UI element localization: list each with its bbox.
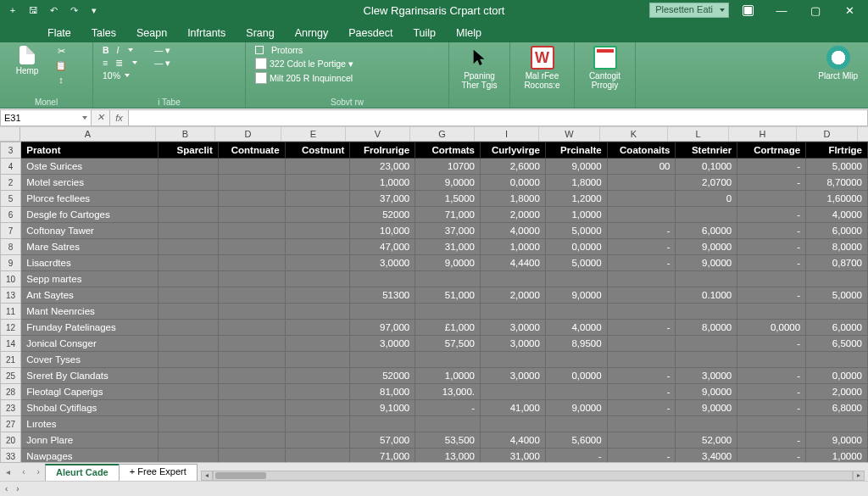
cell[interactable] [218, 449, 285, 463]
cell[interactable]: 0,0000 [545, 368, 607, 384]
cell[interactable]: 51300 [350, 287, 415, 304]
cell[interactable] [481, 384, 546, 400]
cell[interactable]: 5,0000 [545, 255, 607, 271]
cut-button[interactable]: ✂ [53, 44, 70, 58]
column-header[interactable]: D [797, 127, 858, 141]
cell[interactable]: 31,000 [481, 449, 546, 463]
cell[interactable]: - [545, 449, 607, 463]
row-header[interactable]: 2 [1, 175, 21, 191]
cell[interactable]: Nawpages [21, 449, 159, 463]
cell[interactable] [158, 336, 218, 352]
cell[interactable]: 13,000. [415, 384, 481, 400]
cell[interactable] [350, 352, 415, 368]
cell[interactable]: - [607, 400, 676, 416]
cell[interactable] [285, 352, 350, 368]
cell[interactable] [285, 449, 350, 463]
tab-tuilp[interactable]: Tuilp [403, 24, 446, 42]
cell[interactable] [218, 191, 285, 207]
cell[interactable] [607, 304, 676, 320]
zoom-pct[interactable]: 10% [100, 70, 140, 81]
outdent-button[interactable]: — ▾ [152, 57, 173, 69]
scroll-right-button[interactable]: ▸ [853, 471, 865, 481]
cell[interactable] [285, 368, 350, 384]
cell[interactable]: 10700 [415, 159, 481, 175]
close-button[interactable]: ✕ [834, 1, 865, 20]
cell[interactable]: - [737, 255, 806, 271]
new-icon[interactable]: + [5, 3, 20, 18]
column-header[interactable]: K [600, 127, 668, 141]
cell[interactable]: 1,60000 [806, 191, 868, 207]
cell[interactable]: 3,0000 [481, 320, 546, 336]
cell[interactable]: - [737, 159, 806, 175]
cell[interactable] [607, 175, 676, 191]
cell[interactable]: 0,0000 [737, 320, 806, 336]
cell[interactable] [158, 400, 218, 416]
color-portige-button[interactable]: 322 Cdot le Portige ▾ [253, 57, 356, 70]
cell[interactable]: 41,000 [481, 400, 546, 416]
panning-button[interactable]: Ppaning Ther Tgis [456, 44, 503, 92]
row-header[interactable]: 5 [1, 191, 21, 207]
cell[interactable] [545, 304, 607, 320]
cell[interactable] [218, 287, 285, 304]
cell[interactable] [158, 432, 218, 449]
formula-input[interactable] [129, 109, 868, 126]
cell[interactable]: 37,000 [415, 223, 481, 239]
cancel-formula-button[interactable]: ✕ [92, 109, 110, 126]
maximize-button[interactable]: ▢ [800, 1, 831, 20]
cell[interactable]: 0.1000 [676, 287, 737, 304]
cell[interactable] [737, 271, 806, 287]
cell[interactable]: 8,70000 [806, 175, 868, 191]
cell[interactable] [158, 287, 218, 304]
cell[interactable] [158, 223, 218, 239]
cell[interactable] [158, 416, 218, 432]
select-all-corner[interactable] [0, 127, 20, 141]
cell[interactable] [285, 384, 350, 400]
cell[interactable] [285, 223, 350, 239]
cell[interactable] [737, 191, 806, 207]
cell[interactable]: 2,0000 [806, 384, 868, 400]
cell[interactable] [737, 352, 806, 368]
cell[interactable]: 6,0000 [676, 223, 737, 239]
cell[interactable]: - [737, 449, 806, 463]
copy-button[interactable]: 📋 [53, 59, 70, 72]
cell[interactable] [158, 304, 218, 320]
cell[interactable] [285, 191, 350, 207]
row-header[interactable]: 4 [1, 159, 21, 175]
cell[interactable] [607, 352, 676, 368]
tab-seapn[interactable]: Seapn [126, 24, 177, 42]
cell[interactable]: 9,1000 [350, 400, 415, 416]
cell[interactable]: - [607, 449, 676, 463]
cell[interactable]: 81,000 [350, 384, 415, 400]
cell[interactable]: 9,0000 [545, 400, 607, 416]
cell[interactable] [415, 304, 481, 320]
cell[interactable]: Oste Surices [21, 159, 159, 175]
cell[interactable]: - [737, 239, 806, 255]
protect-check[interactable]: Protorrs [253, 44, 356, 56]
cell[interactable] [158, 239, 218, 255]
cell[interactable] [806, 271, 868, 287]
cell[interactable] [737, 304, 806, 320]
cell[interactable] [218, 255, 285, 271]
tab-tales[interactable]: Tales [81, 24, 126, 42]
header-cell[interactable]: FroIrurige [350, 142, 415, 159]
sort-button[interactable]: ↕ [53, 73, 70, 86]
row-header[interactable]: 10 [1, 271, 21, 287]
header-cell[interactable]: Cortrnage [737, 142, 806, 159]
cell[interactable]: - [737, 384, 806, 400]
row-header[interactable]: 14 [1, 336, 21, 352]
column-header[interactable]: I [475, 127, 539, 141]
cell[interactable]: 57,000 [350, 432, 415, 449]
cell[interactable] [676, 416, 737, 432]
cell[interactable] [676, 207, 737, 223]
cell[interactable]: 10,000 [350, 223, 415, 239]
scroll-left-button[interactable]: ◂ [201, 471, 213, 481]
cell[interactable] [285, 271, 350, 287]
row-header[interactable]: 12 [1, 320, 21, 336]
cell[interactable]: 6,0000 [806, 320, 868, 336]
cell[interactable]: 5,6000 [545, 432, 607, 449]
row-header[interactable]: 3 [1, 142, 21, 159]
cell[interactable] [607, 287, 676, 304]
cell[interactable]: 2,6000 [481, 159, 546, 175]
place-map-button[interactable]: Plarct Mlip [815, 44, 861, 82]
cell[interactable] [218, 400, 285, 416]
